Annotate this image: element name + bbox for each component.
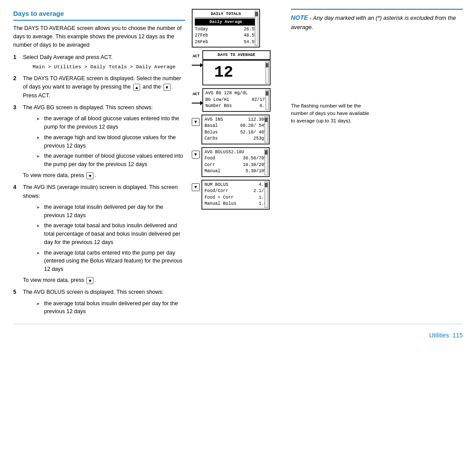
bullet-3-2: the average high and low blood glucose v…: [36, 133, 185, 150]
note-dash: -: [308, 15, 313, 21]
bullet-5-1: the average total bolus insulin delivere…: [36, 300, 185, 316]
section-title: Days to average: [13, 9, 185, 21]
avg-ins-row-4: Carbs253gr: [205, 136, 267, 142]
down-avg-bolus-row: ▼ AVG BOLUS52.10U Food36.50/70% Corr10.3…: [192, 147, 284, 177]
days-number-screen: 12: [202, 60, 271, 85]
step-3-bullets: the average of all blood glucose values …: [23, 115, 185, 169]
daily-row-27feb: 27Feb48.5U: [195, 33, 257, 39]
bullet-4-2: the average total basal and bolus insuli…: [36, 222, 185, 246]
num-bolus-row-1: NUM BOLUS4.2: [205, 182, 267, 189]
step-5-text: The AVG BOLUS screen is displayed. This …: [23, 289, 164, 295]
down-avg-ins-row: ▼ AVG INS112.30U Basal60.20/ 54% Bolus52…: [192, 115, 284, 144]
avg-bg-row-1: AVG BG 128 mg/dL: [205, 90, 268, 97]
act-arrow-2: [192, 103, 201, 104]
avg-bg-screen: AVG BG 128 mg/dL BG Low/Hi92/178 Number …: [202, 88, 271, 112]
num-bolus-row-2: Food/Corr2.1/1: [205, 188, 267, 195]
scroll-thumb-ins: [265, 118, 268, 122]
scroll-thumb-1: [255, 12, 258, 16]
down-button-num[interactable]: ▼: [192, 183, 200, 191]
num-bolus-row-3: Food + Corr1.1: [205, 195, 267, 201]
daily-totals-header: DAILY TOTALS: [195, 11, 257, 18]
scroll-bar-bg: [265, 90, 269, 110]
down-arrow-icon: ▼: [164, 84, 171, 91]
page-footer: Utilities 115: [13, 324, 463, 340]
center-column: DAILY TOTALS Daily Average Today26.5U 27…: [192, 9, 284, 319]
note-title: NOTE: [291, 14, 308, 21]
right-column: NOTE - Any day marked with an (*) asteri…: [291, 9, 463, 319]
step-1-text: Select Daily Average and press ACT.: [23, 54, 112, 60]
bullet-3-3: the average number of blood glucose valu…: [36, 152, 185, 169]
step-1-sub: Main > Utilities > Daily Totals > Daily …: [33, 63, 185, 71]
up-arrow-icon: ▲: [133, 84, 140, 91]
num-bolus-row-4: Manual Bolus1.0: [205, 201, 267, 207]
bullet-4-3: the average total carbs entered into the…: [36, 249, 185, 274]
avg-ins-row-1: AVG INS112.30U: [205, 117, 267, 123]
act-label-1: ACT: [192, 50, 201, 66]
num-bolus-screen: NUM BOLUS4.2 Food/Corr2.1/1 Food + Corr1…: [201, 180, 270, 210]
avg-ins-row-3: Bolus52.10/ 46%: [205, 129, 267, 136]
act-arrow-1: [192, 65, 201, 66]
footer-page-number: 115: [453, 332, 463, 339]
scroll-bar-num: [264, 181, 268, 208]
step-3-after: To view more data, press ▼.: [23, 171, 185, 180]
scroll-thumb-big: [266, 63, 268, 67]
note-box: NOTE - Any day marked with an (*) asteri…: [291, 9, 463, 32]
act-avg-bg-row: ACT AVG BG 128 mg/dL BG Low/Hi92/178: [192, 88, 284, 112]
footer-label: Utilities 115: [429, 331, 463, 340]
avg-bg-row-2: BG Low/Hi92/178: [205, 97, 268, 104]
scroll-bar-1: [255, 11, 258, 46]
flashing-note-text: The flashing number will be the number o…: [291, 102, 370, 125]
steps-list: Select Daily Average and press ACT. Main…: [13, 53, 185, 316]
act-label-2: ACT: [192, 88, 201, 104]
page-container: Days to average The DAYS TO AVERAGE scre…: [13, 9, 463, 340]
avg-ins-row-2: Basal60.20/ 54%: [205, 123, 267, 129]
flashing-note: The flashing number will be the number o…: [291, 102, 463, 125]
step-3-text: The AVG BG screen is displayed. This scr…: [23, 104, 153, 111]
down-num-bolus-row: ▼ NUM BOLUS4.2 Food/Corr2.1/1 Food + Cor…: [192, 180, 284, 210]
down-icon-ins: ▼: [192, 115, 200, 126]
step-2-text: The DAYS TO AVERAGE screen is displayed.…: [23, 75, 181, 99]
days-number: 12: [214, 61, 233, 85]
scroll-bar-ins: [264, 116, 268, 143]
note-content: Any day marked with an (*) asterisk is e…: [291, 15, 456, 30]
step-3: The AVG BG screen is displayed. This scr…: [13, 104, 185, 180]
daily-row-26feb: 26Feb54.5U: [195, 39, 257, 46]
step-4-after: To view more data, press ▼.: [23, 276, 185, 285]
screen-daily-totals-wrapper: DAILY TOTALS Daily Average Today26.5U 27…: [192, 9, 284, 48]
avg-bg-row-3: Number BGs6.1: [205, 103, 268, 110]
view-more-icon-4: ▼: [86, 277, 93, 284]
daily-average-highlight: Daily Average: [195, 18, 257, 26]
step-4: The AVG INS (average insulin) screen is …: [13, 183, 185, 285]
step-4-bullets: the average total insulin delivered per …: [23, 203, 185, 274]
daily-row-today: Today26.5U: [195, 26, 257, 33]
down-button-bolus[interactable]: ▼: [192, 151, 200, 159]
footer-section: Utilities: [429, 332, 449, 339]
scroll-bar-bolus: [264, 149, 268, 175]
bullet-4-1: the average total insulin delivered per …: [36, 203, 185, 220]
step-5-bullets: the average total bolus insulin delivere…: [23, 300, 185, 316]
down-icon-bolus: ▼: [192, 147, 200, 159]
scroll-thumb-num: [265, 183, 268, 187]
scroll-thumb-bg: [266, 91, 268, 96]
scroll-thumb-bolus: [265, 150, 268, 155]
screens-column: DAILY TOTALS Daily Average Today26.5U 27…: [192, 9, 284, 210]
avg-bolus-row-1: AVG BOLUS52.10U: [205, 149, 267, 156]
avg-bolus-row-3: Corr10.30/20%: [205, 162, 267, 169]
step-5: The AVG BOLUS screen is displayed. This …: [13, 288, 185, 316]
days-to-average-label: DAYS TO AVERAGE: [202, 50, 271, 60]
bullet-3-1: the average of all blood glucose values …: [36, 115, 185, 131]
scroll-bar-big: [265, 62, 269, 84]
avg-ins-screen: AVG INS112.30U Basal60.20/ 54% Bolus52.1…: [201, 115, 270, 144]
note-text: NOTE - Any day marked with an (*) asteri…: [291, 13, 463, 32]
act-days-row: ACT DAYS TO AVERAGE 12: [192, 50, 284, 85]
step-2: The DAYS TO AVERAGE screen is displayed.…: [13, 74, 185, 100]
step-1: Select Daily Average and press ACT. Main…: [13, 53, 185, 71]
down-button-ins[interactable]: ▼: [192, 118, 200, 126]
days-to-avg-screens: DAYS TO AVERAGE 12: [202, 50, 271, 85]
screen-daily-totals: DAILY TOTALS Daily Average Today26.5U 27…: [192, 9, 260, 48]
left-column: Days to average The DAYS TO AVERAGE scre…: [13, 9, 185, 319]
step-4-text: The AVG INS (average insulin) screen is …: [23, 184, 178, 199]
down-icon-num: ▼: [192, 180, 200, 191]
avg-bolus-row-4: Manual5.30/10%: [205, 168, 267, 175]
intro-text: The DAYS TO AVERAGE screen allows you to…: [13, 24, 185, 50]
